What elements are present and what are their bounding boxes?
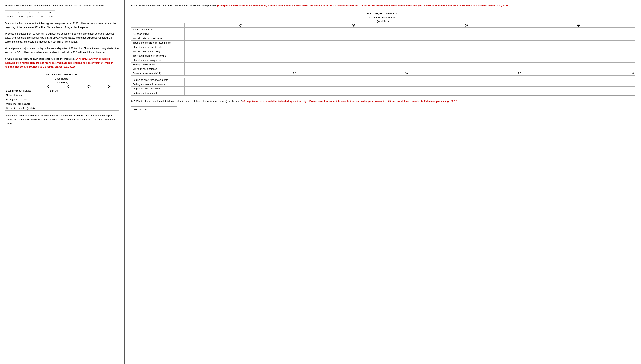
fp-top-cell-1-q2[interactable]: [297, 32, 410, 36]
fp-top-cell-0-q1[interactable]: [185, 27, 297, 32]
net-cash-input[interactable]: [152, 108, 176, 111]
fp-top-input-6-q3[interactable]: [502, 54, 521, 57]
fp-top-input-3-q2[interactable]: [390, 42, 409, 44]
fp-bot-input-3-q1[interactable]: [277, 92, 296, 94]
budget-cell-0-q3[interactable]: [79, 88, 99, 93]
fp-bot-cell-0-q2[interactable]: [297, 78, 410, 82]
fp-top-input-3-q1[interactable]: [277, 42, 296, 44]
fp-top-cell-8-q3[interactable]: [410, 62, 522, 67]
budget-input-3-q2[interactable]: [63, 102, 78, 105]
fp-top-cell-6-q2[interactable]: [297, 54, 410, 58]
budget-input-0-q4[interactable]: [102, 90, 118, 92]
budget-input-3-q1[interactable]: [42, 102, 58, 105]
budget-input-0-q3[interactable]: [83, 90, 98, 92]
fp-top-cell-0-q2[interactable]: [297, 27, 410, 32]
fp-top-input-0-q3[interactable]: [502, 28, 521, 31]
budget-cell-1-q2[interactable]: [59, 93, 79, 97]
budget-input-2-q2[interactable]: [63, 98, 78, 101]
fp-bot-cell-1-q4[interactable]: [522, 82, 635, 86]
fp-top-input-5-q3[interactable]: [502, 50, 521, 53]
fp-top-input-2-q3[interactable]: [502, 37, 521, 40]
fp-top-cell-4-q4[interactable]: [522, 45, 635, 49]
budget-input-2-q4[interactable]: [102, 98, 118, 101]
fp-top-cell-8-q2[interactable]: [297, 62, 410, 67]
fp-top-input-9-q3[interactable]: [502, 68, 521, 70]
budget-cell-0-q2[interactable]: [59, 88, 79, 93]
fp-top-cell-2-q2[interactable]: [297, 36, 410, 40]
fp-top-cell-1-q3[interactable]: [410, 32, 522, 36]
fp-top-cell-8-q1[interactable]: [185, 62, 297, 67]
budget-cell-2-q3[interactable]: [79, 97, 99, 102]
fp-top-cell-6-q3[interactable]: [410, 54, 522, 58]
fp-top-cell-7-q3[interactable]: [410, 58, 522, 62]
fp-top-input-8-q4[interactable]: [615, 63, 634, 66]
fp-top-input-2-q4[interactable]: [615, 37, 634, 40]
fp-bot-input-1-q3[interactable]: [502, 83, 521, 86]
fp-top-cell-8-q4[interactable]: [522, 62, 635, 67]
fp-top-input-8-q2[interactable]: [390, 63, 409, 66]
fp-bot-input-3-q3[interactable]: [502, 92, 521, 94]
fp-top-cell-5-q3[interactable]: [410, 49, 522, 54]
fp-top-input-9-q4[interactable]: [615, 68, 634, 70]
budget-cell-2-q4[interactable]: [99, 97, 119, 102]
fp-bot-input-3-q2[interactable]: [390, 92, 409, 94]
fp-top-cell-7-q4[interactable]: [522, 58, 635, 62]
fp-top-input-7-q3[interactable]: [502, 59, 521, 62]
fp-bot-input-2-q1[interactable]: [277, 88, 296, 90]
fp-bot-input-1-q1[interactable]: [277, 83, 296, 86]
fp-top-cell-1-q4[interactable]: [522, 32, 635, 36]
budget-input-3-q3[interactable]: [83, 102, 98, 105]
fp-top-input-4-q4[interactable]: [615, 46, 634, 48]
fp-top-input-5-q1[interactable]: [277, 50, 296, 53]
fp-top-cell-6-q1[interactable]: [185, 54, 297, 58]
budget-cell-4-q4[interactable]: [99, 106, 119, 110]
fp-top-cell-9-q2[interactable]: [297, 67, 410, 71]
fp-bot-input-2-q4[interactable]: [615, 88, 634, 90]
fp-top-cell-3-q3[interactable]: [410, 40, 522, 45]
fp-top-cell-1-q1[interactable]: [185, 32, 297, 36]
fp-bot-input-3-q4[interactable]: [615, 92, 634, 94]
fp-top-input-7-q2[interactable]: [390, 59, 409, 62]
budget-input-2-q1[interactable]: [42, 98, 58, 101]
budget-cell-1-q4[interactable]: [99, 93, 119, 97]
fp-bot-input-0-q2[interactable]: [390, 79, 409, 81]
fp-top-cell-2-q4[interactable]: [522, 36, 635, 40]
fp-bot-input-0-q3[interactable]: [502, 79, 521, 81]
budget-cell-3-q4[interactable]: [99, 102, 119, 106]
fp-top-cell-5-q1[interactable]: [185, 49, 297, 54]
fp-top-input-2-q2[interactable]: [390, 37, 409, 40]
fp-bot-cell-0-q1[interactable]: [185, 78, 297, 82]
fp-bot-cell-1-q2[interactable]: [297, 82, 410, 86]
budget-cell-3-q1[interactable]: [39, 102, 59, 106]
fp-top-input-6-q1[interactable]: [277, 54, 296, 57]
budget-cell-1-q3[interactable]: [79, 93, 99, 97]
fp-bot-input-0-q1[interactable]: [277, 79, 296, 81]
fp-top-input-4-q3[interactable]: [502, 46, 521, 48]
budget-input-4-q2[interactable]: [63, 107, 78, 110]
fp-top-input-8-q1[interactable]: [277, 63, 296, 66]
fp-top-cell-0-q4[interactable]: [522, 27, 635, 32]
fp-top-cell-2-q3[interactable]: [410, 36, 522, 40]
fp-top-input-7-q4[interactable]: [615, 59, 634, 62]
fp-top-cell-3-q4[interactable]: [522, 40, 635, 45]
fp-top-cell-9-q1[interactable]: [185, 67, 297, 71]
fp-bot-cell-2-q1[interactable]: [185, 86, 297, 91]
fp-top-cell-7-q2[interactable]: [297, 58, 410, 62]
fp-top-cell-4-q3[interactable]: [410, 45, 522, 49]
fp-top-cell-9-q3[interactable]: [410, 67, 522, 71]
fp-top-input-6-q4[interactable]: [615, 54, 634, 57]
fp-top-cell-6-q4[interactable]: [522, 54, 635, 58]
fp-bot-cell-2-q4[interactable]: [522, 86, 635, 91]
fp-top-cell-3-q1[interactable]: [185, 40, 297, 45]
fp-bot-cell-3-q4[interactable]: [522, 91, 635, 95]
fp-bot-cell-2-q2[interactable]: [297, 86, 410, 91]
budget-input-4-q4[interactable]: [102, 107, 118, 110]
fp-bot-cell-1-q3[interactable]: [410, 82, 522, 86]
fp-top-input-4-q1[interactable]: [277, 46, 296, 48]
fp-top-input-5-q2[interactable]: [390, 50, 409, 53]
budget-input-3-q4[interactable]: [102, 102, 118, 105]
fp-top-input-9-q2[interactable]: [390, 68, 409, 70]
budget-cell-2-q2[interactable]: [59, 97, 79, 102]
fp-top-cell-5-q4[interactable]: [522, 49, 635, 54]
fp-top-cell-4-q2[interactable]: [297, 45, 410, 49]
